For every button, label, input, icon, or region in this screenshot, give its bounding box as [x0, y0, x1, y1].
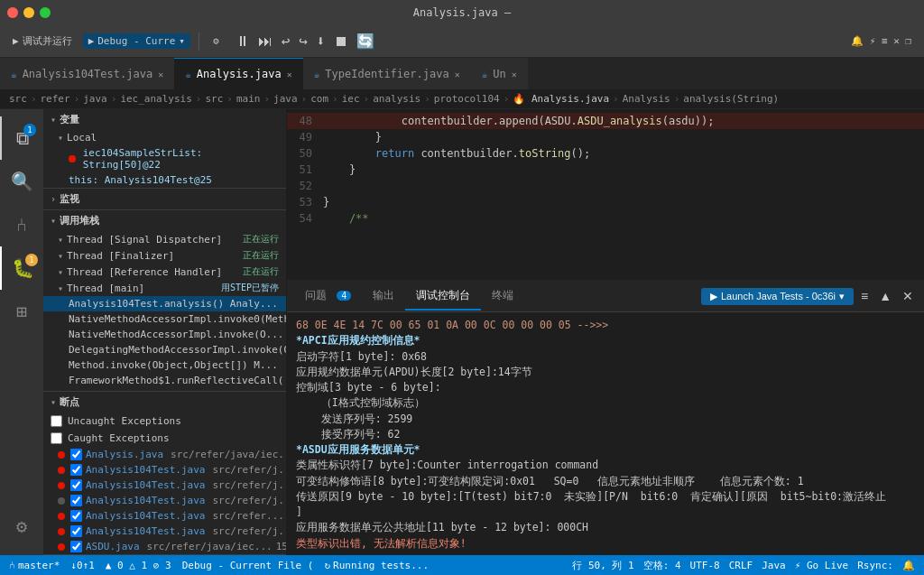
thread-item[interactable]: ▾ Thread [Signal Dispatcher] 正在运行	[43, 231, 286, 247]
close-panel-button[interactable]: ✕	[899, 287, 917, 305]
tab-analysis104test[interactable]: ☕ Analysis104Test.java ✕	[0, 58, 174, 89]
running-status[interactable]: ↻ Running tests...	[324, 560, 429, 571]
tab-problems[interactable]: 问题 4	[294, 283, 362, 311]
tab-close-icon[interactable]: ✕	[287, 70, 292, 79]
encoding-status[interactable]: UTF-8	[690, 560, 720, 571]
frame-item[interactable]: DelegatingMethodAccessorImpl.invoke(O...	[43, 342, 286, 357]
activity-search-icon[interactable]: 🔍	[0, 160, 43, 203]
bell-icon: 🔔	[902, 560, 915, 571]
bp-item[interactable]: Analysis104Test.java src/refer/j... 101	[43, 524, 286, 539]
bp-checkbox[interactable]	[70, 449, 82, 460]
sync-status[interactable]: ↓0↑1	[70, 560, 95, 571]
bp-item[interactable]: Analysis104Test.java src/refer/j... 99	[43, 493, 286, 508]
debug-config-dropdown[interactable]: ▶ Debug - Curre ▾	[83, 33, 190, 49]
thread-main[interactable]: ▾ Thread [main] 用STEP已暂停	[43, 280, 286, 296]
more-button[interactable]: ⏸ ⏭ ↩ ↪ ⬇ ⏹ 🔄	[230, 31, 381, 51]
activity-settings-icon[interactable]: ⚙	[0, 505, 43, 548]
tab-close-icon[interactable]: ✕	[158, 70, 163, 79]
watch-header[interactable]: › 监视	[43, 189, 286, 209]
language-status[interactable]: Java	[762, 560, 786, 571]
bp-item[interactable]: Analysis104Test.java src/refer/j... 86	[43, 478, 286, 493]
tab-close-icon[interactable]: ✕	[455, 70, 460, 79]
branch-name: master*	[18, 560, 60, 571]
launch-tests-button[interactable]: ▶ Launch Java Tests - 0c36i ▾	[701, 288, 854, 305]
caught-exceptions-item[interactable]: Caught Exceptions	[43, 430, 286, 447]
activity-extensions-icon[interactable]: ⊞	[0, 290, 43, 333]
tab-label: Un	[493, 68, 505, 80]
gear-icon: ⚙	[213, 35, 219, 47]
frame-item[interactable]: NativeMethodAccessorImpl.invoke0(Meth...	[43, 311, 286, 327]
expand-button[interactable]: ▲	[875, 287, 895, 305]
position-label: 行 50, 列 1	[572, 559, 633, 572]
bp-item[interactable]: Analysis.java src/refer/java/iec... 48	[43, 447, 286, 462]
code-line-50: 50 return contentbuilder.toString();	[287, 145, 924, 162]
bp-item[interactable]: Analysis104Test.java src/refer/j... 80	[43, 462, 286, 478]
local-group[interactable]: ▾ Local	[43, 130, 286, 145]
bp-checkbox[interactable]	[70, 525, 82, 537]
rsync-status[interactable]: Rsync:	[857, 560, 893, 571]
bp-checkbox[interactable]	[70, 510, 82, 522]
bp-checkbox[interactable]	[70, 495, 82, 506]
bp-checkbox[interactable]	[70, 464, 82, 476]
bp-checkbox[interactable]	[70, 479, 82, 491]
tab-close-icon[interactable]: ✕	[512, 70, 517, 79]
activity-explorer-icon[interactable]: ⧉ 1	[0, 116, 43, 160]
chevron-icon: ▾	[51, 216, 56, 226]
indent-status[interactable]: 空格: 4	[643, 559, 681, 572]
toolbar-extra-icons[interactable]: 🔔 ⚡ ≡ ✕ ❐	[845, 33, 917, 49]
launch-label: Launch Java Tests - 0c36i	[721, 291, 836, 301]
local-label: Local	[67, 132, 97, 144]
variables-section: ▾ 变量 ▾ Local iec104SampleStrList: String…	[43, 109, 286, 189]
debug-output[interactable]: 68 0E 4E 14 7C 00 65 01 0A 00 0C 00 00 0…	[287, 312, 924, 555]
debug-status[interactable]: Debug - Current File (	[182, 560, 314, 571]
activity-debug-icon[interactable]: 🐛 1	[0, 246, 43, 290]
tab-debug-console[interactable]: 调试控制台	[405, 283, 481, 311]
golive-status[interactable]: ⚡ Go Live	[795, 560, 849, 571]
frame-item[interactable]: Analysis104Test.analysis() Analy...	[43, 296, 286, 311]
caught-checkbox[interactable]	[51, 432, 62, 444]
tab-output[interactable]: 输出	[362, 283, 405, 311]
uncaught-exceptions-item[interactable]: Uncaught Exceptions	[43, 413, 286, 430]
warning-count[interactable]: ▲ 0 △ 1 ⊘ 3	[106, 560, 171, 571]
breakpoint-dot	[58, 513, 65, 520]
rsync-label: Rsync:	[857, 560, 893, 571]
cursor-position[interactable]: 行 50, 列 1	[572, 559, 633, 572]
tab-analysis[interactable]: ☕ Analysis.java ✕	[174, 58, 303, 89]
tab-label: Analysis.java	[197, 68, 282, 80]
callstack-header[interactable]: ▾ 调用堆栈	[43, 210, 286, 231]
bp-item[interactable]: Analysis104Test.java src/refer... 100	[43, 508, 286, 524]
thread-item[interactable]: ▾ Thread [Finalizer] 正在运行	[43, 247, 286, 264]
activity-bar: ⧉ 1 🔍 ⑃ 🐛 1 ⊞ ⚙	[0, 109, 43, 555]
variables-header[interactable]: ▾ 变量	[43, 109, 286, 130]
window-controls[interactable]	[7, 7, 51, 18]
chevron-icon: ▾	[58, 283, 63, 293]
variable-item[interactable]: iec104SampleStrList: String[50]@22	[43, 145, 286, 172]
warnings-label: ▲ 0 △ 1 ⊘ 3	[106, 560, 171, 571]
frame-item[interactable]: NativeMethodAccessorImpl.invoke(O...	[43, 327, 286, 342]
minimize-button[interactable]	[23, 7, 34, 18]
code-editor[interactable]: 48 contentbuilder.append(ASDU.ASDU_analy…	[287, 109, 924, 281]
frame-item[interactable]: Method.invoke(Object,Object[]) M...	[43, 357, 286, 373]
notification-bell[interactable]: 🔔	[902, 560, 915, 571]
frame-name: NativeMethodAccessorImpl.invoke0(Meth...	[69, 313, 286, 325]
line-ending-status[interactable]: CRLF	[729, 560, 753, 571]
thread-name: Thread [Reference Handler]	[67, 266, 222, 278]
bp-item[interactable]: ASDU.java src/refer/java/iec... 15	[43, 539, 286, 554]
uncaught-checkbox[interactable]	[51, 415, 62, 427]
bp-checkbox[interactable]	[70, 541, 82, 552]
close-button[interactable]	[7, 7, 18, 18]
thread-item[interactable]: ▾ Thread [Reference Handler] 正在运行	[43, 264, 286, 280]
variable-item[interactable]: this: Analysis104Test@25	[43, 172, 286, 188]
list-view-button[interactable]: ≡	[857, 287, 872, 305]
git-branch[interactable]: ⑃ master*	[9, 560, 60, 571]
maximize-button[interactable]	[40, 7, 51, 18]
activity-source-control-icon[interactable]: ⑃	[0, 203, 43, 246]
gear-button[interactable]: ⚙	[208, 33, 225, 49]
frame-item[interactable]: FrameworkMethod$1.runReflectiveCall(...	[43, 373, 286, 388]
breakpoints-header[interactable]: ▾ 断点	[43, 392, 286, 413]
debug-run-button[interactable]: ▶ 调试并运行	[7, 32, 78, 50]
tab-terminal[interactable]: 终端	[481, 283, 524, 311]
tab-typeidentifier[interactable]: ☕ TypeIdentifier.java ✕	[303, 58, 471, 89]
java-file-icon: ☕	[314, 69, 320, 80]
tab-un[interactable]: ☕ Un ✕	[471, 58, 528, 89]
